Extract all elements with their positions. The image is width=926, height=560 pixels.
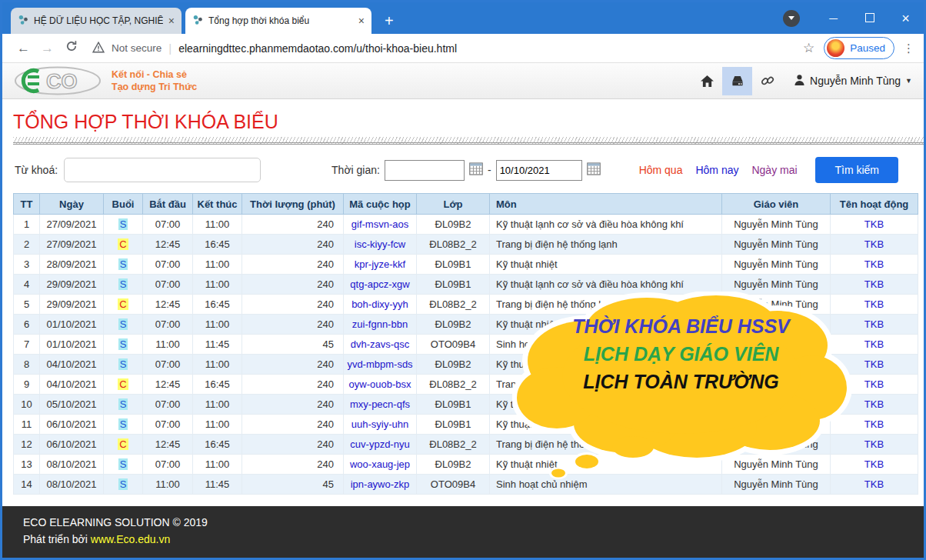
minimize-button[interactable]: ─ — [815, 12, 851, 24]
activity-link[interactable]: TKB — [864, 318, 884, 330]
date-to-input[interactable] — [496, 160, 582, 181]
tab-title: Tổng hợp thời khóa biểu — [208, 15, 353, 26]
cell-start: 07:00 — [143, 275, 193, 295]
session-badge: C — [118, 378, 128, 390]
footer-link[interactable]: www.Eco.edu.vn — [91, 533, 171, 545]
meeting-code-link[interactable]: uuh-syiy-uhn — [351, 418, 408, 430]
quick-link-2[interactable]: Ngày mai — [751, 164, 797, 176]
cell-end: 11:00 — [193, 455, 242, 475]
url-text: elearningdttec.phanmemdaotao.com/u/thoi-… — [178, 42, 457, 55]
activity-link[interactable]: TKB — [864, 458, 884, 470]
activity-link[interactable]: TKB — [864, 418, 884, 430]
bubble-line: THỜI KHÓA BIỂU HSSV — [529, 312, 833, 340]
meeting-code-link[interactable]: gif-msvn-aos — [351, 218, 408, 230]
bookmark-star-icon[interactable]: ☆ — [803, 40, 814, 56]
cell-activity: TKB — [831, 235, 918, 255]
media-controls-button[interactable] — [783, 10, 800, 27]
maximize-button[interactable] — [851, 12, 888, 24]
meeting-code-link[interactable]: ipn-aywo-zkp — [351, 478, 410, 490]
quick-links: Hôm quaHôm nayNgày mai — [639, 164, 798, 176]
cell-class: ĐL08B2_2 — [417, 375, 490, 395]
meeting-code-link[interactable]: oyw-ouob-bsx — [349, 378, 411, 390]
cell-meeting-code: yvd-mbpm-sds — [344, 355, 417, 375]
new-tab-button[interactable]: + — [385, 13, 394, 28]
close-window-button[interactable]: × — [888, 12, 924, 25]
reload-icon[interactable] — [59, 40, 83, 56]
cell-meeting-code: ipn-aywo-zkp — [344, 475, 417, 495]
cell-duration: 240 — [242, 235, 344, 255]
cell-class: ĐL09B2 — [417, 315, 490, 335]
activity-link[interactable]: TKB — [864, 338, 884, 350]
calendar-icon[interactable] — [469, 162, 483, 178]
activity-link[interactable]: TKB — [864, 238, 884, 250]
col-ma-cuoc-hop: Mã cuộc họp — [344, 194, 417, 215]
svg-text:CO: CO — [46, 70, 78, 93]
cell-end: 16:45 — [193, 235, 242, 255]
quick-link-0[interactable]: Hôm qua — [639, 164, 683, 176]
cell-subject: Trang bị điện hệ thống lạnh — [490, 235, 722, 255]
user-menu[interactable]: Nguyễn Minh Tùng ▼ — [794, 74, 912, 88]
meeting-code-link[interactable]: isc-kiyy-fcw — [355, 238, 405, 250]
cell-tt: 10 — [14, 395, 40, 415]
activity-link[interactable]: TKB — [864, 218, 884, 230]
session-badge: S — [118, 358, 128, 370]
cell-session: S — [104, 395, 143, 415]
browser-menu-icon[interactable]: ⋮ — [903, 42, 914, 55]
col-tt: TT — [14, 194, 40, 215]
search-button[interactable]: Tìm kiếm — [815, 157, 898, 183]
cell-session: S — [104, 355, 143, 375]
back-icon[interactable]: ← — [12, 41, 35, 56]
meeting-code-link[interactable]: cuv-ypzd-nyu — [350, 438, 409, 450]
link-icon[interactable] — [752, 67, 782, 95]
activity-link[interactable]: TKB — [864, 398, 884, 410]
forward-icon[interactable]: → — [35, 41, 59, 56]
meeting-code-link[interactable]: zui-fgnn-bbn — [352, 318, 408, 330]
window-controls: ─ × — [783, 2, 924, 34]
meeting-code-link[interactable]: qtg-apcz-xgw — [350, 278, 409, 290]
cell-date: 05/10/2021 — [40, 395, 104, 415]
cell-meeting-code: uuh-syiy-uhn — [344, 415, 417, 435]
activity-link[interactable]: TKB — [864, 438, 884, 450]
meeting-code-link[interactable]: yvd-mbpm-sds — [347, 358, 412, 370]
meeting-code-link[interactable]: dvh-zavs-qsc — [351, 338, 410, 350]
date-from-input[interactable] — [385, 160, 465, 181]
activity-link[interactable]: TKB — [864, 278, 884, 290]
cell-session: C — [104, 295, 143, 315]
tab-he-du-lieu[interactable]: HỆ DỮ LIỆU HỌC TẬP, NGHIÊN C × — [11, 8, 182, 34]
cell-session: S — [104, 255, 143, 275]
quick-link-1[interactable]: Hôm nay — [695, 164, 738, 176]
close-icon[interactable]: × — [168, 15, 175, 26]
device-drive-icon[interactable] — [722, 67, 752, 95]
tab-thoi-khoa-bieu[interactable]: Tổng hợp thời khóa biểu × — [185, 8, 371, 34]
cell-date: 01/10/2021 — [40, 315, 104, 335]
cell-meeting-code: cuv-ypzd-nyu — [344, 435, 417, 455]
meeting-code-link[interactable]: mxy-pecn-qfs — [350, 398, 410, 410]
profile-paused-badge[interactable]: Paused — [824, 37, 894, 59]
activity-link[interactable]: TKB — [864, 358, 884, 370]
close-icon[interactable]: × — [358, 15, 365, 26]
keyword-input[interactable] — [64, 158, 261, 182]
activity-link[interactable]: TKB — [864, 478, 884, 490]
header-icons: Nguyễn Minh Tùng ▼ — [692, 67, 912, 95]
meeting-code-link[interactable]: kpr-jyze-kkf — [355, 258, 405, 270]
url-field[interactable]: Not secure | elearningdttec.phanmemdaota… — [92, 42, 803, 55]
calendar-icon[interactable] — [587, 162, 601, 178]
cell-end: 11:00 — [193, 275, 242, 295]
paused-label: Paused — [850, 42, 885, 54]
session-badge: S — [118, 258, 128, 270]
activity-link[interactable]: TKB — [864, 378, 884, 390]
cell-tt: 12 — [14, 435, 40, 455]
meeting-code-link[interactable]: woo-xaug-jep — [350, 458, 410, 470]
cell-start: 11:00 — [143, 335, 193, 355]
activity-link[interactable]: TKB — [864, 298, 884, 310]
cell-tt: 1 — [14, 215, 40, 235]
chevron-down-icon: ▼ — [905, 77, 912, 85]
cell-end: 11:45 — [193, 475, 242, 495]
user-name: Nguyễn Minh Tùng — [810, 75, 901, 87]
meeting-code-link[interactable]: boh-dixy-yyh — [351, 298, 408, 310]
eco-logo[interactable]: CO Kết nối - Chia sẻ Tạo dựng Tri Thức — [14, 66, 197, 95]
cell-meeting-code: woo-xaug-jep — [344, 455, 417, 475]
logo-tagline: Kết nối - Chia sẻ Tạo dựng Tri Thức — [112, 68, 197, 94]
activity-link[interactable]: TKB — [864, 258, 884, 270]
home-icon[interactable] — [692, 67, 722, 95]
